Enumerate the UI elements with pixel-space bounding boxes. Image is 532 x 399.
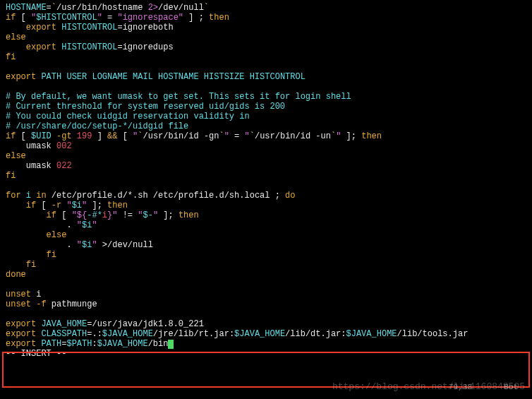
code-line: if [ "$HISTCONTROL" = "ignorespace" ] ; … (6, 13, 526, 23)
code-line: for i in /etc/profile.d/*.sh /etc/profil… (6, 191, 526, 201)
code-line: . "$i" >/dev/null (6, 240, 526, 250)
code-line: fi (6, 52, 526, 62)
watermark: https://blog.csdn.net/liu1160848595 (332, 382, 525, 392)
code-line: done (6, 270, 526, 280)
code-line: umask 002 (6, 141, 526, 151)
code-line: if [ $UID -gt 199 ] && [ "`/usr/bin/id -… (6, 131, 526, 141)
code-line: else (6, 151, 526, 161)
code-line: export JAVA_HOME=/usr/java/jdk1.8.0_221 (6, 319, 526, 329)
editor-viewport[interactable]: HOSTNAME=`/usr/bin/hostname 2>/dev/null`… (6, 3, 526, 359)
code-line (6, 280, 526, 290)
code-line: # Current threshold for system reserved … (6, 102, 526, 112)
code-line: fi (6, 260, 526, 270)
code-line (6, 181, 526, 191)
code-line: HOSTNAME=`/usr/bin/hostname 2>/dev/null` (6, 3, 526, 13)
code-line: . "$i" (6, 220, 526, 230)
code-line: if [ -r "$i" ]; then (6, 201, 526, 210)
code-line: # You could check uidgid reservation val… (6, 112, 526, 121)
code-line: export PATH=$PATH:$JAVA_HOME/bin (6, 339, 526, 349)
code-line: fi (6, 250, 526, 260)
code-line: unset -f pathmunge (6, 299, 526, 309)
code-line: # By default, we want umask to get set. … (6, 92, 526, 102)
code-line: fi (6, 171, 526, 181)
code-line: unset i (6, 290, 526, 299)
code-line: if [ "${-#*i}" != "$-" ]; then (6, 210, 526, 220)
vim-mode-indicator: -- INSERT -- (6, 349, 526, 359)
code-line: export CLASSPATH=.:$JAVA_HOME/jre/lib/rt… (6, 329, 526, 339)
cursor (168, 340, 174, 349)
code-line: umask 022 (6, 161, 526, 171)
code-line: export PATH USER LOGNAME MAIL HOSTNAME H… (6, 72, 526, 82)
code-line: export HISTCONTROL=ignoreboth (6, 23, 526, 32)
code-line: else (6, 32, 526, 42)
code-line: # /usr/share/doc/setup-*/uidgid file (6, 121, 526, 131)
code-line (6, 309, 526, 319)
code-line: else (6, 230, 526, 240)
code-line (6, 62, 526, 72)
code-line: export HISTCONTROL=ignoredups (6, 42, 526, 52)
code-line (6, 82, 526, 92)
